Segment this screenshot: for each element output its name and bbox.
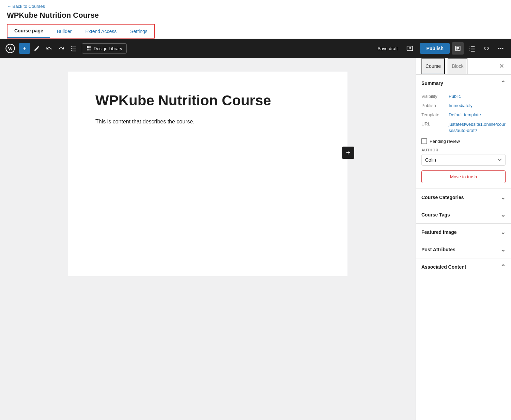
tab-course-page[interactable]: Course page [7,25,50,38]
svg-rect-5 [89,49,91,50]
featured-image-header[interactable]: Featured image [416,224,511,241]
course-tags-label: Course Tags [421,212,450,217]
editor-title[interactable]: WPKube Nutrition Course [95,92,320,109]
publish-label: Publish [421,103,449,108]
more-options-button[interactable] [495,42,507,55]
top-bar: ← Back to Courses WPKube Nutrition Cours… [0,0,511,39]
svg-point-7 [500,48,501,49]
course-tags-section: Course Tags [416,206,511,224]
tab-builder[interactable]: Builder [50,25,79,38]
publish-row: Publish Immediately [421,101,506,110]
editor-body[interactable]: This is content that describes the cours… [95,117,320,126]
featured-image-label: Featured image [421,229,456,235]
design-library-button[interactable]: Design Library [82,43,127,54]
url-row: URL justatestwebsite1.online/courses/aut… [421,119,506,136]
template-editor-button[interactable] [466,42,478,55]
sidebar-tab-course[interactable]: Course [421,58,445,74]
associated-content-collapse-icon [500,263,506,271]
summary-section-header[interactable]: Summary [416,75,511,92]
course-categories-label: Course Categories [421,195,464,200]
sidebar-tab-block[interactable]: Block [448,58,467,74]
associated-content-body [416,275,511,296]
redo-button[interactable] [56,43,67,54]
publish-button[interactable]: Publish [420,43,450,54]
course-tags-collapse-icon [500,211,506,219]
svg-point-8 [502,48,503,49]
course-tabs: Course page Builder Extend Access Settin… [7,24,155,39]
editor-content[interactable]: WPKube Nutrition Course This is content … [68,72,347,276]
page-title: WPKube Nutrition Course [7,11,504,20]
post-attributes-section: Post Attributes [416,241,511,258]
featured-image-section: Featured image [416,224,511,241]
template-row: Template Default template [421,110,506,119]
course-categories-section: Course Categories [416,189,511,206]
wp-logo[interactable]: W [4,42,16,55]
move-to-trash-button[interactable]: Move to trash [421,170,506,183]
list-view-button[interactable] [68,43,79,54]
course-categories-header[interactable]: Course Categories [416,189,511,206]
template-label: Template [421,112,449,117]
summary-heading: Summary [421,80,443,86]
main-layout: WPKube Nutrition Course This is content … [0,58,511,420]
sidebar-tabs: Course Block ✕ [416,58,511,75]
publish-value[interactable]: Immediately [449,103,473,108]
tab-settings[interactable]: Settings [123,25,154,38]
add-block-toolbar-button[interactable]: + [19,43,30,54]
add-block-inline-button[interactable]: + [342,147,354,159]
url-value[interactable]: justatestwebsite1.online/courses/auto-dr… [449,121,506,134]
associated-content-header[interactable]: Associated Content [416,258,511,275]
author-section-label: AUTHOR [421,145,506,154]
template-value[interactable]: Default template [449,112,481,117]
summary-section-content: Visibility Public Publish Immediately Te… [416,92,511,189]
url-label: URL [421,121,449,126]
preview-button[interactable] [404,42,416,55]
tools-button[interactable] [31,43,42,54]
summary-collapse-icon [500,79,506,87]
sidebar-close-button[interactable]: ✕ [498,61,506,71]
author-select[interactable]: Colin [421,154,506,166]
tab-extend-access[interactable]: Extend Access [78,25,123,38]
associated-content-section: Associated Content [416,258,511,296]
post-attributes-header[interactable]: Post Attributes [416,241,511,258]
visibility-value[interactable]: Public [449,94,461,99]
editor-toolbar: W + Design Library Save draft Publish [0,39,511,58]
visibility-row: Visibility Public [421,92,506,101]
design-library-label: Design Library [94,46,122,51]
pending-review-row: Pending review [421,136,506,145]
svg-rect-3 [89,46,91,48]
svg-rect-2 [87,46,89,48]
sidebar-toggle-button[interactable] [452,42,464,55]
featured-image-collapse-icon [500,228,506,236]
svg-rect-4 [87,49,89,50]
editor-area: WPKube Nutrition Course This is content … [0,58,416,420]
back-link[interactable]: ← Back to Courses [7,4,45,9]
summary-section: Summary Visibility Public Publish Immedi… [416,75,511,189]
course-categories-collapse-icon [500,194,506,201]
pending-review-checkbox[interactable] [421,138,427,144]
pending-review-label: Pending review [430,139,460,144]
course-tags-header[interactable]: Course Tags [416,206,511,223]
post-attributes-label: Post Attributes [421,247,455,252]
svg-point-6 [498,48,499,49]
save-draft-button[interactable]: Save draft [373,44,402,53]
visibility-label: Visibility [421,94,449,99]
undo-button[interactable] [44,43,55,54]
post-attributes-collapse-icon [500,246,506,253]
code-editor-button[interactable] [480,42,493,55]
sidebar: Course Block ✕ Summary Visibility Public… [416,58,511,420]
svg-text:W: W [8,46,13,51]
associated-content-label: Associated Content [421,264,466,270]
